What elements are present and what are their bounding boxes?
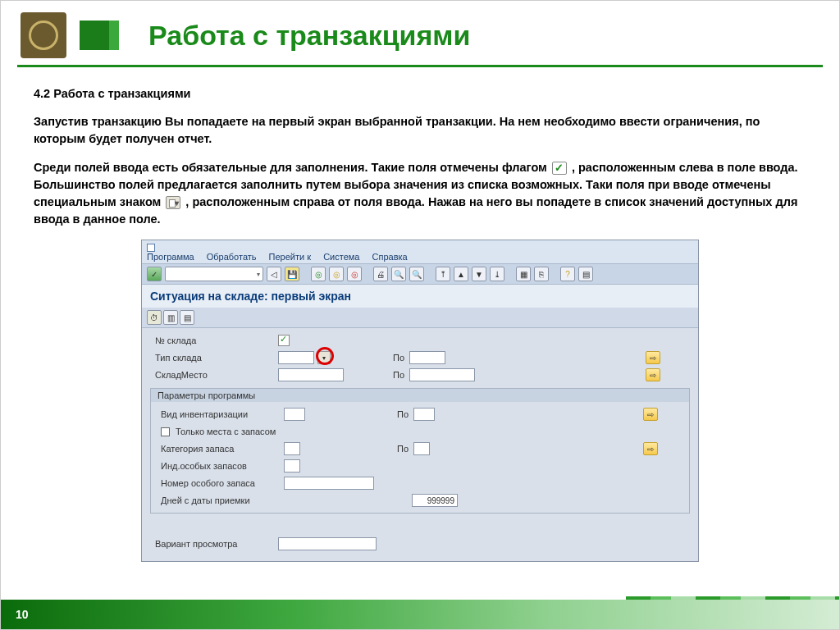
- sap-form: № склада Тип склада ▾ По ⇨ СкладМесто: [142, 328, 698, 561]
- lookup-icon: [166, 196, 180, 209]
- page-number: 10: [16, 608, 29, 621]
- label-stock-category: Категория запаса: [153, 444, 284, 454]
- first-page-button[interactable]: ⤒: [436, 267, 450, 281]
- range-button-3[interactable]: ⇨: [643, 408, 658, 421]
- slide-header: Работа с транзакциями: [1, 1, 839, 65]
- get-variant-button[interactable]: ▤: [180, 310, 194, 325]
- menu-system[interactable]: Система: [323, 252, 359, 262]
- back-button[interactable]: ◎: [311, 267, 326, 281]
- input-days-value[interactable]: 999999: [412, 494, 458, 507]
- layout-button[interactable]: ▤: [578, 267, 593, 281]
- prev-page-button[interactable]: ▲: [454, 267, 468, 281]
- required-flag-icon: [278, 335, 290, 346]
- range-button-2[interactable]: ⇨: [646, 368, 660, 381]
- sap-menubar: Программа Обработать Перейти к Система С…: [142, 240, 698, 263]
- find-button[interactable]: 🔍: [391, 267, 406, 281]
- last-page-button[interactable]: ⤓: [490, 267, 504, 281]
- exit-button[interactable]: ◎: [329, 267, 344, 281]
- help-button[interactable]: ?: [560, 267, 575, 281]
- checkbox-only-with-stock[interactable]: [161, 427, 170, 436]
- system-menu-icon[interactable]: [147, 244, 155, 252]
- label-days-since-receipt: Дней с даты приемки: [153, 495, 284, 505]
- range-button-1[interactable]: ⇨: [646, 351, 660, 364]
- input-storage-bin-to[interactable]: [409, 368, 475, 381]
- to-label-1: По: [380, 353, 404, 363]
- to-label-4: По: [384, 444, 409, 454]
- cancel-button[interactable]: ◎: [347, 267, 362, 281]
- save-button[interactable]: ◁: [267, 267, 281, 281]
- input-storage-type-to[interactable]: [409, 351, 445, 364]
- menu-help[interactable]: Справка: [372, 252, 408, 262]
- input-special-stock-ind[interactable]: [284, 459, 300, 472]
- label-inventory-type: Вид инвентаризации: [153, 409, 284, 419]
- sap-app-toolbar: ⏱ ▥ ▤: [142, 308, 698, 328]
- section-heading: 4.2 Работа с транзакциями: [34, 87, 806, 100]
- input-inventory-type-to[interactable]: [413, 408, 435, 421]
- input-inventory-type-from[interactable]: [284, 408, 305, 421]
- slide-content: 4.2 Работа с транзакциями Запустив транз…: [1, 67, 839, 570]
- menu-program[interactable]: Программа: [147, 252, 194, 262]
- label-only-with-stock: Только места с запасом: [153, 427, 284, 437]
- shortcut-button[interactable]: ⎘: [534, 267, 549, 281]
- new-session-button[interactable]: ▦: [516, 267, 531, 281]
- print-button[interactable]: 🖨: [373, 267, 388, 281]
- label-special-stock-num: Номер особого запаса: [153, 478, 284, 488]
- input-stock-category-from[interactable]: [284, 442, 300, 455]
- to-label-3: По: [384, 409, 409, 419]
- input-display-variant[interactable]: [278, 537, 377, 550]
- menu-edit[interactable]: Обработать: [207, 252, 257, 262]
- sap-window: Программа Обработать Перейти к Система С…: [141, 240, 699, 562]
- find-next-button[interactable]: 🔍: [409, 267, 424, 281]
- command-field[interactable]: ▾: [165, 267, 263, 281]
- label-storage-type: Тип склада: [147, 353, 278, 363]
- label-display-variant: Вариант просмотра: [147, 539, 278, 549]
- label-special-stock-ind: Инд.особых запасов: [153, 461, 284, 471]
- sap-toolbar: ✓ ▾ ◁ 💾 ◎ ◎ ◎ 🖨 🔍 🔍 ⤒ ▲ ▼ ⤓ ▦ ⎘: [142, 263, 698, 285]
- variant-button[interactable]: ▥: [163, 310, 178, 325]
- label-warehouse-num: № склада: [147, 336, 278, 345]
- paragraph-1: Запустив транзакцию Вы попадаете на перв…: [34, 113, 806, 148]
- slide-footer: 10: [1, 600, 839, 629]
- lookup-storage-type[interactable]: ▾: [317, 351, 331, 364]
- range-button-4[interactable]: ⇨: [643, 442, 658, 455]
- tb-save-icon[interactable]: 💾: [285, 267, 299, 281]
- sap-screen-title: Ситуация на складе: первый экран: [142, 285, 698, 308]
- input-storage-bin-from[interactable]: [278, 368, 344, 381]
- params-group: Параметры программы Вид инвентаризации П…: [150, 388, 690, 514]
- input-special-stock-num[interactable]: [284, 477, 374, 490]
- label-storage-bin: СкладМесто: [147, 370, 278, 380]
- execute-button[interactable]: ⏱: [147, 310, 162, 325]
- input-storage-type-from[interactable]: [278, 351, 314, 364]
- enter-button[interactable]: ✓: [147, 267, 162, 281]
- next-page-button[interactable]: ▼: [472, 267, 486, 281]
- params-group-title: Параметры программы: [151, 389, 689, 402]
- slide-title: Работа с транзакциями: [148, 20, 470, 52]
- input-stock-category-to[interactable]: [413, 442, 430, 455]
- to-label-2: По: [380, 370, 404, 380]
- paragraph-2: Среди полей ввода есть обязательные для …: [34, 159, 806, 228]
- required-flag-icon: [552, 162, 567, 175]
- green-squares-decoration: [80, 21, 119, 50]
- crest-logo: [21, 12, 66, 58]
- menu-goto[interactable]: Перейти к: [269, 252, 311, 262]
